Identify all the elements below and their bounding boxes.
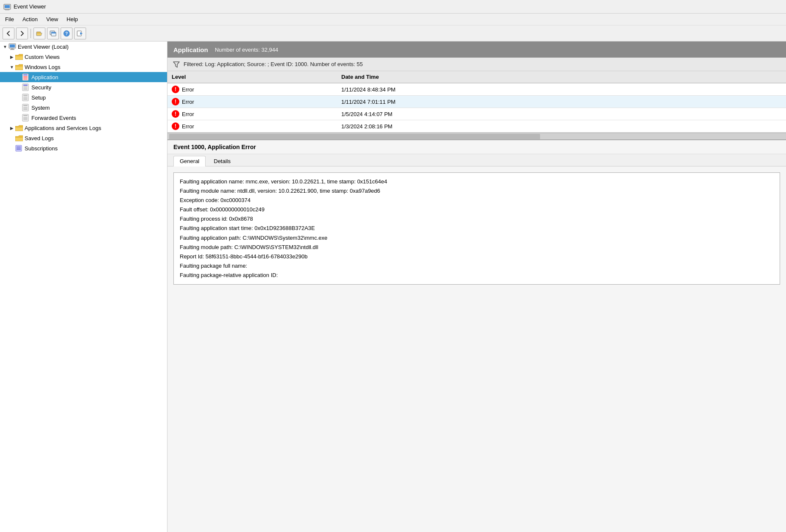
folder-icon-saved-logs [15, 135, 23, 141]
sidebar-item-system[interactable]: ▶ System [0, 103, 167, 113]
sidebar: ▼ Event Viewer (Local) ▶ Custom Views ▼ [0, 42, 167, 532]
help-button[interactable]: ? [61, 28, 72, 39]
sidebar-item-saved-logs[interactable]: ▶ Saved Logs [0, 133, 167, 143]
detail-text-box: Faulting application name: mmc.exe, vers… [173, 172, 780, 285]
event-row[interactable]: Error 1/11/2024 7:01:11 PM [167, 96, 786, 108]
sidebar-item-subscriptions[interactable]: ▶ Subscriptions [0, 143, 167, 153]
svg-rect-3 [5, 10, 9, 10]
content-panel: Application Number of events: 32,944 Fil… [167, 42, 786, 532]
folder-icon-custom-views [15, 54, 23, 60]
column-header-level: Level [167, 73, 337, 81]
svg-rect-28 [23, 97, 28, 97]
svg-rect-17 [23, 75, 28, 75]
main-layout: ▼ Event Viewer (Local) ▶ Custom Views ▼ [0, 42, 786, 532]
tab-details[interactable]: Details [207, 156, 237, 166]
app-header: Application Number of events: 32,944 [167, 42, 786, 58]
error-icon-2 [172, 110, 179, 118]
event-row[interactable]: Error 1/11/2024 8:48:34 PM [167, 83, 786, 96]
back-icon [5, 30, 12, 37]
error-icon-1 [172, 98, 179, 105]
forward-icon [19, 30, 25, 37]
svg-rect-1 [5, 5, 10, 8]
sidebar-item-windows-logs[interactable]: ▼ Windows Logs [0, 62, 167, 72]
event-level-2: Error [167, 109, 337, 119]
svg-rect-24 [23, 88, 28, 89]
help-icon: ? [63, 30, 70, 37]
app-header-subtitle: Number of events: 32,944 [215, 47, 279, 53]
filter-icon [173, 61, 180, 68]
svg-rect-30 [23, 99, 28, 100]
error-icon-0 [172, 86, 179, 93]
open-button[interactable] [33, 28, 45, 39]
sidebar-item-event-viewer-local[interactable]: ▼ Event Viewer (Local) [0, 42, 167, 52]
subscriptions-icon [15, 144, 23, 152]
svg-rect-43 [17, 148, 21, 149]
svg-rect-20 [23, 79, 28, 80]
svg-text:?: ? [65, 31, 68, 36]
svg-rect-33 [23, 107, 28, 108]
sidebar-item-setup[interactable]: ▶ Setup [0, 92, 167, 103]
sidebar-label-subscriptions: Subscriptions [25, 145, 58, 152]
event-level-0: Error [167, 85, 337, 94]
svg-rect-13 [10, 44, 15, 47]
folder-icon-windows-logs [15, 64, 23, 70]
detail-content: Faulting application name: mmc.exe, vers… [167, 166, 786, 532]
folder-icon-apps-services [15, 125, 23, 131]
column-header-datetime: Date and Time [337, 73, 447, 81]
sidebar-label-setup: Setup [31, 94, 46, 101]
tab-general[interactable]: General [173, 156, 206, 166]
export-button[interactable] [74, 28, 86, 39]
svg-rect-2 [6, 9, 8, 10]
sidebar-item-security[interactable]: ▶ Security [0, 82, 167, 92]
sidebar-item-apps-services-logs[interactable]: ▶ Applications and Services Logs [0, 123, 167, 133]
export-icon [77, 30, 84, 37]
expander-custom-views[interactable]: ▶ [8, 53, 15, 60]
new-window-icon [50, 30, 56, 37]
sidebar-label-security: Security [31, 84, 51, 91]
computer-icon [8, 43, 16, 50]
filter-bar: Filtered: Log: Application; Source: ; Ev… [167, 58, 786, 71]
svg-marker-45 [173, 62, 179, 67]
sidebar-label-saved-logs: Saved Logs [25, 135, 54, 141]
sidebar-label-event-viewer-local: Event Viewer (Local) [18, 44, 69, 50]
event-datetime-2: 1/5/2024 4:14:07 PM [337, 110, 447, 118]
sidebar-item-application[interactable]: ▶ Application [0, 72, 167, 82]
expander-event-viewer[interactable]: ▼ [2, 43, 8, 50]
event-level-1: Error [167, 97, 337, 106]
title-bar-text: Event Viewer [14, 3, 46, 10]
svg-rect-35 [23, 109, 28, 110]
svg-rect-38 [23, 117, 28, 118]
app-icon [3, 3, 11, 11]
table-scrollbar[interactable] [167, 133, 786, 139]
event-datetime-0: 1/11/2024 8:48:34 PM [337, 86, 447, 94]
svg-rect-19 [23, 78, 28, 78]
sidebar-item-custom-views[interactable]: ▶ Custom Views [0, 52, 167, 62]
event-row[interactable]: Error 1/5/2024 4:14:07 PM [167, 108, 786, 120]
menu-view[interactable]: View [43, 15, 61, 23]
svg-rect-42 [17, 147, 21, 147]
forward-button[interactable] [16, 28, 28, 39]
event-row[interactable]: Error 1/3/2024 2:08:16 PM [167, 120, 786, 133]
menu-help[interactable]: Help [63, 15, 81, 23]
menu-action[interactable]: Action [19, 15, 41, 23]
detail-header: Event 1000, Application Error [167, 140, 786, 154]
log-system-icon [22, 104, 30, 111]
title-bar: Event Viewer [0, 0, 786, 14]
event-datetime-3: 1/3/2024 2:08:16 PM [337, 122, 447, 130]
svg-rect-39 [23, 118, 28, 119]
sidebar-item-forwarded-events[interactable]: ▶ Forwarded Events [0, 113, 167, 123]
toolbar-separator-1 [31, 29, 31, 38]
sidebar-label-forwarded-events: Forwarded Events [31, 115, 76, 121]
menu-file[interactable]: File [2, 15, 17, 23]
expander-windows-logs[interactable]: ▼ [8, 64, 15, 70]
events-rows: Error 1/11/2024 8:48:34 PM Error 1/11/20… [167, 83, 786, 133]
new-window-button[interactable] [47, 28, 59, 39]
expander-apps-services-logs[interactable]: ▶ [8, 125, 15, 131]
svg-rect-29 [23, 98, 28, 99]
detail-tabs: General Details [167, 154, 786, 166]
menu-bar: File Action View Help [0, 14, 786, 25]
svg-rect-14 [11, 48, 14, 49]
sidebar-label-application: Application [31, 74, 59, 80]
back-button[interactable] [3, 28, 14, 39]
app-header-title: Application [173, 46, 208, 53]
